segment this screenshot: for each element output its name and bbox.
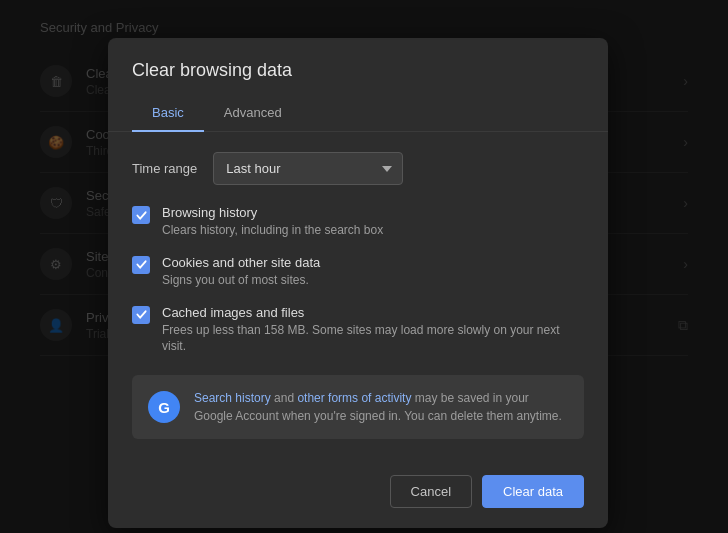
- dialog-body: Time range Last hour Last 24 hours Last …: [108, 132, 608, 459]
- tab-advanced[interactable]: Advanced: [204, 95, 302, 132]
- google-g-icon: G: [148, 391, 180, 423]
- cached-desc: Frees up less than 158 MB. Some sites ma…: [162, 322, 584, 356]
- cancel-button[interactable]: Cancel: [390, 475, 472, 508]
- checkbox-cached-input[interactable]: [132, 306, 150, 324]
- checkbox-browsing-history-input[interactable]: [132, 206, 150, 224]
- browsing-history-label: Browsing history: [162, 205, 383, 220]
- dialog-title: Clear browsing data: [108, 38, 608, 95]
- cached-label: Cached images and files: [162, 305, 584, 320]
- dialog-tabs: Basic Advanced: [108, 95, 608, 132]
- search-history-link[interactable]: Search history: [194, 391, 271, 405]
- time-range-select[interactable]: Last hour Last 24 hours Last 7 days Last…: [213, 152, 403, 185]
- checkboxes-section: Browsing history Clears history, includi…: [132, 205, 584, 355]
- browsing-history-desc: Clears history, including in the search …: [162, 222, 383, 239]
- checkbox-browsing-history: Browsing history Clears history, includi…: [132, 205, 584, 239]
- checkbox-cached: Cached images and files Frees up less th…: [132, 305, 584, 356]
- info-box-text: Search history and other forms of activi…: [194, 389, 568, 425]
- clear-data-button[interactable]: Clear data: [482, 475, 584, 508]
- cookies-label: Cookies and other site data: [162, 255, 320, 270]
- checkbox-cookies: Cookies and other site data Signs you ou…: [132, 255, 584, 289]
- other-forms-link[interactable]: other forms of activity: [297, 391, 411, 405]
- time-range-label: Time range: [132, 161, 197, 176]
- tab-basic[interactable]: Basic: [132, 95, 204, 132]
- google-info-box: G Search history and other forms of acti…: [132, 375, 584, 439]
- time-range-row: Time range Last hour Last 24 hours Last …: [132, 152, 584, 185]
- checkbox-cookies-input[interactable]: [132, 256, 150, 274]
- info-and-text: and: [271, 391, 298, 405]
- cookies-desc: Signs you out of most sites.: [162, 272, 320, 289]
- dialog-footer: Cancel Clear data: [108, 459, 608, 528]
- clear-browsing-dialog: Clear browsing data Basic Advanced Time …: [108, 38, 608, 528]
